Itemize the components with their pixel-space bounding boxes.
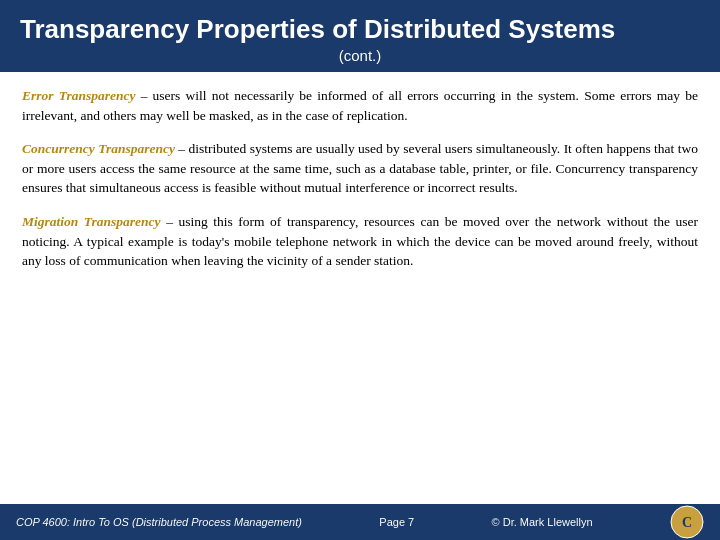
section-error: Error Transparency – users will not nece… (22, 86, 698, 125)
content: Error Transparency – users will not nece… (0, 72, 720, 504)
error-transparency-title: Error Transparency (22, 88, 135, 103)
svg-text:C: C (682, 515, 692, 530)
section-migration: Migration Transparency – using this form… (22, 212, 698, 271)
concurrency-transparency-title: Concurrency Transparency (22, 141, 175, 156)
logo-icon: C (670, 505, 704, 539)
migration-transparency-title: Migration Transparency (22, 214, 161, 229)
header-subtitle: (cont.) (20, 47, 700, 64)
footer-course: COP 4600: Intro To OS (Distributed Proce… (16, 516, 302, 528)
header-title: Transparency Properties of Distributed S… (20, 14, 700, 45)
footer-page: Page 7 (379, 516, 414, 528)
footer-author: © Dr. Mark Llewellyn (492, 516, 593, 528)
header: Transparency Properties of Distributed S… (0, 0, 720, 72)
footer: COP 4600: Intro To OS (Distributed Proce… (0, 504, 720, 540)
slide: Transparency Properties of Distributed S… (0, 0, 720, 540)
section-concurrency: Concurrency Transparency – distributed s… (22, 139, 698, 198)
